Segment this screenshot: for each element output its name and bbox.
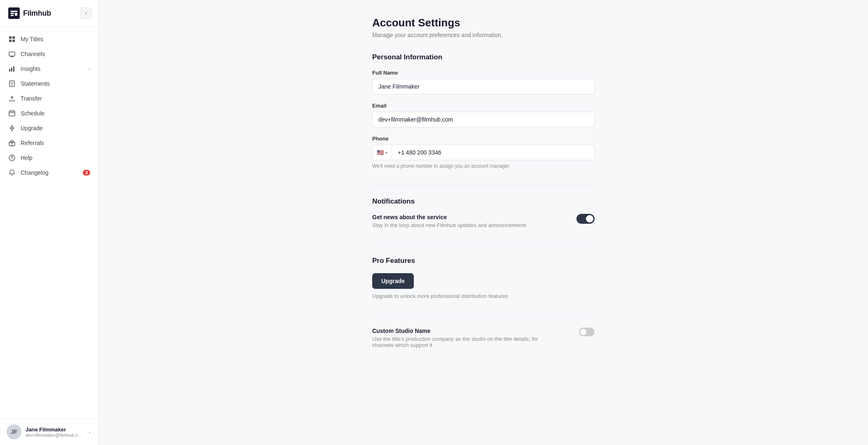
sidebar-item-changelog-label: Changelog — [21, 169, 49, 176]
svg-rect-3 — [9, 40, 12, 42]
email-input[interactable] — [372, 112, 595, 127]
svg-rect-9 — [11, 68, 12, 72]
svg-rect-2 — [12, 36, 15, 39]
notifications-section: Notifications Get news about the service… — [372, 197, 595, 228]
notification-news-title: Get news about the service — [372, 214, 526, 220]
logo-text: Filmhub — [23, 9, 51, 18]
phone-label: Phone — [372, 136, 595, 142]
full-name-group: Full Name — [372, 70, 595, 94]
user-menu-chevron-icon: ⌄ — [88, 429, 92, 435]
phone-group: Phone 🇺🇸 ▾ We'll need a phone number to … — [372, 136, 595, 169]
sidebar-item-referrals[interactable]: Referrals — [0, 136, 98, 150]
sidebar-item-insights-label: Insights — [21, 66, 40, 72]
user-name: Jane Filmmaker — [26, 426, 84, 433]
divider-1 — [372, 185, 595, 186]
sidebar-item-upgrade[interactable]: Upgrade — [0, 121, 98, 136]
custom-studio-description: Use the title's production company as th… — [372, 336, 545, 348]
svg-rect-10 — [13, 66, 14, 72]
pro-features-section: Pro Features Upgrade Upgrade to unlock m… — [372, 257, 595, 299]
page-subtitle: Manage your account preferences and info… — [372, 32, 595, 38]
full-name-input[interactable] — [372, 79, 595, 94]
sidebar-header: Filmhub ‹ — [0, 0, 98, 27]
sidebar-item-transfer[interactable]: Transfer — [0, 91, 98, 106]
phone-number-input[interactable] — [392, 145, 594, 160]
country-flag: 🇺🇸 — [377, 149, 384, 156]
sidebar-item-statements-label: Statements — [21, 80, 50, 87]
calendar-icon — [8, 110, 16, 117]
sidebar-item-referrals-label: Referrals — [21, 140, 44, 146]
divider-3 — [372, 316, 595, 316]
full-name-label: Full Name — [372, 70, 595, 76]
user-info: Jane Filmmaker dev+filmmaker@filmhub.c..… — [26, 426, 84, 438]
email-label: Email — [372, 103, 595, 109]
phone-hint: We'll need a phone number to assign you … — [372, 163, 595, 169]
sidebar-item-insights[interactable]: Insights › — [0, 61, 98, 76]
svg-rect-15 — [9, 111, 15, 116]
upgrade-button[interactable]: Upgrade — [372, 273, 414, 289]
pro-features-title: Pro Features — [372, 257, 595, 265]
custom-studio-toggle[interactable] — [579, 328, 595, 336]
page-title: Account Settings — [372, 16, 595, 29]
sidebar-item-changelog[interactable]: Changelog 3 — [0, 165, 98, 180]
notifications-title: Notifications — [372, 197, 595, 206]
main-content: Account Settings Manage your account pre… — [99, 0, 868, 445]
content-wrapper: Account Settings Manage your account pre… — [356, 16, 611, 348]
notification-news-row: Get news about the service Stay in the l… — [372, 214, 595, 228]
toggle-slider — [576, 214, 595, 224]
personal-info-title: Personal Information — [372, 53, 595, 61]
notification-news-toggle[interactable] — [576, 214, 595, 224]
phone-input-group: 🇺🇸 ▾ — [372, 145, 595, 160]
svg-rect-5 — [9, 52, 15, 56]
svg-rect-1 — [9, 36, 12, 39]
sidebar: Filmhub ‹ My Titles Channels — [0, 0, 99, 445]
sidebar-item-transfer-label: Transfer — [21, 95, 42, 102]
custom-studio-title: Custom Studio Name — [372, 328, 545, 334]
sidebar-item-schedule[interactable]: Schedule — [0, 106, 98, 121]
upload-icon — [8, 95, 16, 102]
sidebar-item-my-titles[interactable]: My Titles — [0, 32, 98, 47]
sidebar-item-help[interactable]: Help — [0, 150, 98, 165]
sidebar-collapse-button[interactable]: ‹ — [80, 7, 92, 19]
custom-studio-row: Custom Studio Name Use the title's produ… — [372, 328, 595, 348]
country-dropdown-icon: ▾ — [385, 150, 387, 155]
tv-icon — [8, 50, 16, 58]
email-group: Email — [372, 103, 595, 127]
grid-icon — [8, 35, 16, 43]
upgrade-description: Upgrade to unlock more professional dist… — [372, 293, 595, 299]
sidebar-nav: My Titles Channels Insights › — [0, 27, 98, 418]
sidebar-item-schedule-label: Schedule — [21, 110, 44, 117]
bar-chart-icon — [8, 65, 16, 73]
custom-studio-section: Custom Studio Name Use the title's produ… — [372, 328, 595, 348]
logo[interactable]: Filmhub — [8, 7, 51, 19]
sidebar-item-my-titles-label: My Titles — [21, 36, 43, 42]
filmhub-logo-icon — [8, 7, 20, 19]
user-email: dev+filmmaker@filmhub.c... — [26, 433, 84, 438]
file-text-icon — [8, 80, 16, 87]
changelog-badge: 3 — [83, 170, 90, 176]
insights-chevron-icon: › — [89, 66, 90, 72]
sidebar-item-statements[interactable]: Statements — [0, 76, 98, 91]
sidebar-item-channels-label: Channels — [21, 51, 45, 57]
bell-icon — [8, 169, 16, 176]
sidebar-item-upgrade-label: Upgrade — [21, 125, 43, 131]
phone-country-selector[interactable]: 🇺🇸 ▾ — [373, 145, 392, 160]
avatar: JF — [7, 424, 21, 439]
user-footer[interactable]: JF Jane Filmmaker dev+filmmaker@filmhub.… — [0, 418, 98, 445]
sidebar-item-channels[interactable]: Channels — [0, 47, 98, 61]
notification-news-desc: Stay in the loop about new Filmhub updat… — [372, 222, 526, 228]
divider-2 — [372, 245, 595, 245]
svg-rect-4 — [12, 40, 15, 42]
sidebar-item-help-label: Help — [21, 155, 33, 161]
toggle-slider-small — [579, 328, 595, 336]
svg-point-23 — [12, 159, 12, 159]
gift-icon — [8, 139, 16, 147]
zap-icon — [8, 124, 16, 132]
help-circle-icon — [8, 154, 16, 162]
svg-rect-8 — [9, 69, 10, 72]
personal-info-section: Personal Information Full Name Email Pho… — [372, 53, 595, 169]
